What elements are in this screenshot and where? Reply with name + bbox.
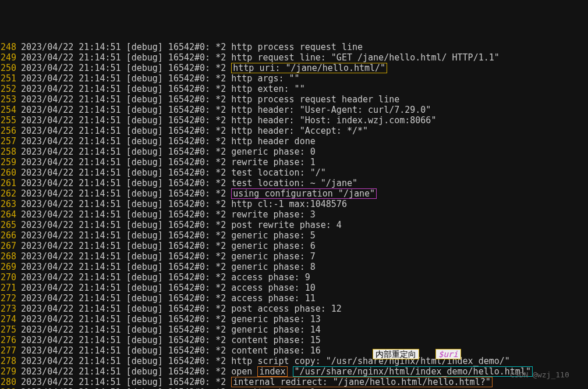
log-line: 2482023/04/22 21:14:51 [debug] 16542#0: … [0,42,588,52]
line-number: 256 [0,126,16,136]
log-line: 2572023/04/22 21:14:51 [debug] 16542#0: … [0,136,588,147]
line-number: 277 [0,345,16,356]
log-line: 2552023/04/22 21:14:51 [debug] 16542#0: … [0,115,588,126]
highlight-box: index [257,366,287,377]
line-number: 251 [0,73,16,84]
line-number: 252 [0,84,16,94]
log-line: 2762023/04/22 21:14:51 [debug] 16542#0: … [0,335,588,345]
log-line: 2532023/04/22 21:14:51 [debug] 16542#0: … [0,94,588,105]
line-number: 272 [0,293,16,304]
line-number: 250 [0,63,16,73]
log-text: 2023/04/22 21:14:51 [debug] 16542#0: *2 … [21,272,310,283]
log-line: 2742023/04/22 21:14:51 [debug] 16542#0: … [0,314,588,324]
log-line: 2772023/04/22 21:14:51 [debug] 16542#0: … [0,345,588,356]
log-text: 2023/04/22 21:14:51 [debug] 16542#0: *2 … [21,188,377,199]
log-text: 2023/04/22 21:14:51 [debug] 16542#0: *2 … [21,178,357,188]
highlight-box: internal redirect: "/jane/hello.html/hel… [231,377,493,387]
log-text: 2023/04/22 21:14:51 [debug] 16542#0: *2 … [21,126,368,136]
line-number: 249 [0,52,16,63]
log-line: 2702023/04/22 21:14:51 [debug] 16542#0: … [0,272,588,283]
log-line: 2582023/04/22 21:14:51 [debug] 16542#0: … [0,147,588,157]
line-number: 254 [0,105,16,115]
log-text: 2023/04/22 21:14:51 [debug] 16542#0: *2 … [21,345,321,356]
line-number: 265 [0,220,16,230]
line-number: 257 [0,136,16,147]
log-text: 2023/04/22 21:14:51 [debug] 16542#0: *2 … [21,167,326,178]
log-line: 2602023/04/22 21:14:51 [debug] 16542#0: … [0,167,588,178]
log-line: 2592023/04/22 21:14:51 [debug] 16542#0: … [0,157,588,167]
log-text: 2023/04/22 21:14:51 [debug] 16542#0: *2 … [21,147,316,157]
line-number: 278 [0,356,16,366]
log-text: 2023/04/22 21:14:51 [debug] 16542#0: *2 … [21,293,316,304]
log-line: 2642023/04/22 21:14:51 [debug] 16542#0: … [0,209,588,220]
log-text: 2023/04/22 21:14:51 [debug] 16542#0: *2 … [21,52,500,63]
debug-log: 2482023/04/22 21:14:51 [debug] 16542#0: … [0,42,588,389]
line-number: 261 [0,178,16,188]
line-number: 276 [0,335,16,345]
log-text: 2023/04/22 21:14:51 [debug] 16542#0: *2 … [21,94,399,105]
line-number: 274 [0,314,16,324]
log-text: 2023/04/22 21:14:51 [debug] 16542#0: *2 … [21,377,493,387]
line-number: 273 [0,304,16,314]
line-number: 271 [0,283,16,293]
log-line: 2722023/04/22 21:14:51 [debug] 16542#0: … [0,293,588,304]
line-number: 268 [0,251,16,262]
line-number: 248 [0,42,16,52]
log-text: 2023/04/22 21:14:51 [debug] 16542#0: *2 … [21,105,431,115]
log-line: 2632023/04/22 21:14:51 [debug] 16542#0: … [0,199,588,209]
log-line: 2492023/04/22 21:14:51 [debug] 16542#0: … [0,52,588,63]
annotation-internal-redirect: 内部重定向 [373,349,419,359]
line-number: 263 [0,199,16,209]
line-number: 255 [0,115,16,126]
log-line: 2802023/04/22 21:14:51 [debug] 16542#0: … [0,377,588,387]
highlight-box: using configuration "/jane" [231,188,377,199]
line-number: 259 [0,157,16,167]
line-number: 269 [0,262,16,272]
log-text: 2023/04/22 21:14:51 [debug] 16542#0: *2 … [21,241,316,251]
log-text: 2023/04/22 21:14:51 [debug] 16542#0: *2 … [21,63,387,73]
line-number: 264 [0,209,16,220]
log-line: 2682023/04/22 21:14:51 [debug] 16542#0: … [0,251,588,262]
log-text: 2023/04/22 21:14:51 [debug] 16542#0: *2 … [21,157,316,167]
log-line: 2672023/04/22 21:14:51 [debug] 16542#0: … [0,241,588,251]
log-line: 2622023/04/22 21:14:51 [debug] 16542#0: … [0,188,588,199]
log-text: 2023/04/22 21:14:51 [debug] 16542#0: *2 … [21,251,316,262]
log-line: 2502023/04/22 21:14:51 [debug] 16542#0: … [0,63,588,73]
log-text: 2023/04/22 21:14:51 [debug] 16542#0: *2 … [21,220,342,230]
log-line: 2692023/04/22 21:14:51 [debug] 16542#0: … [0,262,588,272]
log-text: 2023/04/22 21:14:51 [debug] 16542#0: *2 … [21,230,316,241]
annotation-uri-var: $uri [435,349,461,359]
log-text: 2023/04/22 21:14:51 [debug] 16542#0: *2 … [21,42,363,52]
highlight-box: "/usr/share/nginx/html/index_demo/hello.… [293,366,533,377]
log-text: 2023/04/22 21:14:51 [debug] 16542#0: *2 … [21,136,316,147]
line-number: 260 [0,167,16,178]
log-text: 2023/04/22 21:14:51 [debug] 16542#0: *2 … [21,324,321,335]
watermark: CSDN @wzj_110 [510,370,569,380]
log-line: 2562023/04/22 21:14:51 [debug] 16542#0: … [0,126,588,136]
log-line: 2712023/04/22 21:14:51 [debug] 16542#0: … [0,283,588,293]
log-text: 2023/04/22 21:14:51 [debug] 16542#0: *2 … [21,366,533,377]
log-line: 2732023/04/22 21:14:51 [debug] 16542#0: … [0,304,588,314]
line-number: 270 [0,272,16,283]
log-line: 2612023/04/22 21:14:51 [debug] 16542#0: … [0,178,588,188]
log-line: 2522023/04/22 21:14:51 [debug] 16542#0: … [0,84,588,94]
line-number: 253 [0,94,16,105]
log-text: 2023/04/22 21:14:51 [debug] 16542#0: *2 … [21,262,316,272]
log-text: 2023/04/22 21:14:51 [debug] 16542#0: *2 … [21,84,305,94]
line-number: 279 [0,366,16,377]
line-number: 280 [0,377,16,387]
log-line: 2752023/04/22 21:14:51 [debug] 16542#0: … [0,324,588,335]
line-number: 275 [0,324,16,335]
line-number: 258 [0,147,16,157]
line-number: 267 [0,241,16,251]
log-text: 2023/04/22 21:14:51 [debug] 16542#0: *2 … [21,73,300,84]
log-line: 2792023/04/22 21:14:51 [debug] 16542#0: … [0,366,588,377]
log-text: 2023/04/22 21:14:51 [debug] 16542#0: *2 … [21,314,321,324]
log-text: 2023/04/22 21:14:51 [debug] 16542#0: *2 … [21,115,436,126]
log-text: 2023/04/22 21:14:51 [debug] 16542#0: *2 … [21,283,316,293]
log-text: 2023/04/22 21:14:51 [debug] 16542#0: *2 … [21,209,316,220]
log-line: 2652023/04/22 21:14:51 [debug] 16542#0: … [0,220,588,230]
line-number: 266 [0,230,16,241]
log-line: 2782023/04/22 21:14:51 [debug] 16542#0: … [0,356,588,366]
line-number: 262 [0,188,16,199]
